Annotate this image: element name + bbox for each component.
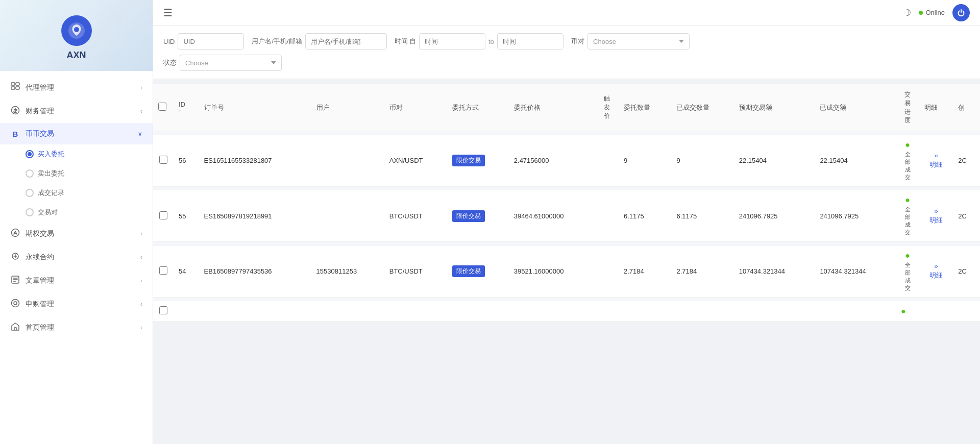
row3-pair: BTC/USDT — [384, 246, 447, 298]
row1-order-no: ES1651165533281807 — [199, 135, 311, 187]
row4-detail — [919, 301, 953, 322]
row3-price: 39521.16000000 — [509, 246, 595, 298]
sidebar-item-perpetual-label: 永续合约 — [26, 253, 140, 262]
th-qty: 委托数量 — [619, 84, 672, 131]
svg-rect-2 — [11, 83, 15, 85]
row3-detail-text[interactable]: 明细 — [929, 271, 943, 280]
sidebar-item-article-label: 文章管理 — [26, 276, 140, 285]
row2-filled-amt: 241096.7925 — [815, 190, 896, 242]
finance-mgmt-arrow: ‹ — [140, 108, 142, 115]
th-id-label: ID — [179, 101, 185, 108]
row2-price: 39464.61000000 — [509, 190, 595, 242]
sidebar-item-home-mgmt[interactable]: 首页管理 ‹ — [0, 316, 153, 339]
sidebar-item-finance-mgmt[interactable]: 财务管理 ‹ — [0, 100, 153, 123]
row3-user: 15530811253 — [311, 246, 384, 298]
topbar-left: ☰ — [163, 7, 173, 19]
time-from-input[interactable] — [419, 33, 485, 50]
sidebar-item-perpetual[interactable]: 永续合约 ‹ — [0, 245, 153, 269]
pair-select[interactable]: Choose — [587, 33, 690, 50]
row2-id: 55 — [174, 190, 199, 242]
th-progress: 交 易 进 度 — [896, 84, 919, 131]
row1-method: 限价交易 — [447, 135, 509, 187]
row3-progress-text: 全 部 成 交 — [905, 261, 911, 292]
row4-checkbox[interactable] — [159, 306, 167, 314]
submenu-item-trade-records[interactable]: 成交记录 — [0, 183, 153, 203]
sidebar-item-home-label: 首页管理 — [26, 323, 140, 332]
submenu-item-buy-orders[interactable]: 买入委托 — [0, 144, 153, 164]
submenu-item-sell-orders[interactable]: 卖出委托 — [0, 164, 153, 183]
row2-checkbox[interactable] — [159, 211, 167, 219]
hamburger-button[interactable]: ☰ — [163, 7, 173, 19]
row4-progress: ● — [896, 301, 919, 322]
pair-filter-group: 币对 Choose — [571, 33, 690, 50]
uid-filter-group: UID — [163, 33, 244, 50]
filter-section: UID 用户名/手机/邮箱 时间 自 to 币对 Choose — [153, 26, 980, 79]
sidebar-item-ipo-label: 申购管理 — [26, 300, 140, 309]
sidebar-item-agent-mgmt[interactable]: 代理管理 ‹ — [0, 76, 153, 100]
select-all-checkbox[interactable] — [158, 103, 166, 111]
row3-method-badge: 限价交易 — [452, 265, 485, 277]
row2-detail: » 明细 — [919, 190, 953, 242]
row2-detail-text[interactable]: 明细 — [929, 216, 943, 225]
row1-detail-link[interactable]: » — [935, 152, 938, 159]
row3-method: 限价交易 — [447, 246, 509, 298]
online-label: Online — [925, 9, 945, 16]
status-select[interactable]: Choose — [180, 55, 282, 71]
row2-progress-text: 全 部 成 交 — [905, 206, 911, 236]
uid-input[interactable] — [178, 33, 244, 50]
row4-progress-dot: ● — [901, 307, 906, 315]
row2-method: 限价交易 — [447, 190, 509, 242]
logo-name: AXN — [66, 50, 86, 61]
th-create: 创 — [953, 84, 980, 131]
sidebar-item-coin-trade[interactable]: B 币币交易 ∨ — [0, 123, 153, 144]
th-id: ID ↑ — [174, 84, 199, 131]
row3-detail-link[interactable]: » — [935, 262, 938, 270]
status-label: 状态 — [163, 58, 177, 67]
sort-icon[interactable]: ↑ — [179, 108, 182, 114]
th-checkbox — [153, 84, 174, 131]
ipo-mgmt-icon — [10, 299, 20, 310]
agent-mgmt-icon — [10, 82, 20, 93]
th-expected: 预期交易额 — [734, 84, 815, 131]
sidebar-item-article-mgmt[interactable]: 文章管理 ‹ — [0, 269, 153, 292]
row1-checkbox-cell — [153, 135, 174, 187]
row-separator-3 — [153, 297, 980, 301]
row1-trigger — [595, 135, 619, 187]
time-label: 时间 自 — [395, 37, 416, 46]
sidebar-item-finance-label: 财务管理 — [26, 107, 140, 116]
power-button[interactable] — [952, 4, 970, 21]
row2-pair: BTC/USDT — [384, 190, 447, 242]
row3-order-no: EB1650897797435536 — [199, 246, 311, 298]
row3-checkbox-cell — [153, 246, 174, 298]
row2-detail-link[interactable]: » — [935, 207, 938, 215]
online-indicator: Online — [919, 9, 945, 16]
row3-checkbox[interactable] — [159, 266, 167, 275]
row3-filled-qty: 2.7184 — [671, 246, 733, 298]
row4-checkbox-cell — [153, 301, 174, 322]
row1-checkbox[interactable] — [159, 156, 167, 164]
row2-progress-dot: ● — [905, 195, 910, 205]
sidebar: AXN 代理管理 ‹ 财务管理 ‹ B 币币交易 ∨ 买入 — [0, 0, 153, 444]
row2-method-badge: 限价交易 — [452, 210, 485, 222]
row2-expected: 241096.7925 — [734, 190, 815, 242]
table-row-partial: ● — [153, 301, 980, 322]
time-to-input[interactable] — [497, 33, 564, 50]
uid-label: UID — [163, 38, 175, 45]
sidebar-item-futures[interactable]: 期权交易 ‹ — [0, 222, 153, 245]
row1-detail-text[interactable]: 明细 — [929, 160, 943, 169]
th-filled-qty: 已成交数量 — [671, 84, 733, 131]
sidebar-item-ipo-mgmt[interactable]: 申购管理 ‹ — [0, 292, 153, 316]
row2-order-no: ES1650897819218991 — [199, 190, 311, 242]
username-input[interactable] — [305, 33, 387, 50]
filter-row-1: UID 用户名/手机/邮箱 时间 自 to 币对 Choose — [163, 33, 970, 50]
article-mgmt-arrow: ‹ — [140, 277, 142, 284]
submenu-item-trade-pairs[interactable]: 交易对 — [0, 203, 153, 222]
th-filled-amt: 已成交额 — [815, 84, 896, 131]
row-separator-2 — [153, 242, 980, 246]
th-order-no: 订单号 — [199, 84, 311, 131]
sidebar-item-agent-mgmt-label: 代理管理 — [26, 83, 140, 92]
theme-toggle-button[interactable]: ☽ — [903, 7, 911, 18]
row3-detail: » 明细 — [919, 246, 953, 298]
row3-expected: 107434.321344 — [734, 246, 815, 298]
row1-create: 2C — [953, 135, 980, 187]
